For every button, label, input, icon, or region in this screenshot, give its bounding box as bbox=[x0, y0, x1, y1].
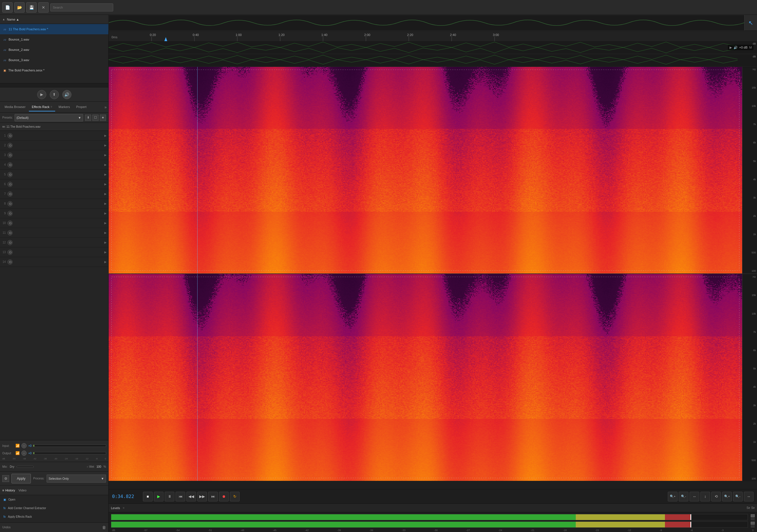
zoom-out-2-btn[interactable]: 🔍- bbox=[733, 492, 743, 501]
close-btn[interactable]: ✕ bbox=[38, 2, 48, 13]
stop-button[interactable]: ■ bbox=[143, 492, 153, 501]
file-item-0[interactable]: ♪♪ 11 The Bold Poachers.wav * bbox=[0, 24, 108, 34]
mix-slider[interactable] bbox=[16, 466, 34, 468]
fx-power-btn-14[interactable]: ⏻ bbox=[8, 259, 13, 265]
track-controls-1: ▶ 🔊 +0 dB M bbox=[728, 44, 754, 50]
freq-scale-top: Hz 15k 10k 7k 6k 5k 4k 3k 2k 1k 500 100 bbox=[742, 67, 757, 274]
history-tab-video[interactable]: Video bbox=[18, 488, 27, 492]
file-item-4[interactable]: ▣ The Bold Poachers.sesx * bbox=[0, 65, 108, 75]
fx-expand-9[interactable]: ▶ bbox=[104, 212, 106, 215]
open-btn[interactable]: 📂 bbox=[14, 2, 25, 13]
search-input[interactable] bbox=[50, 3, 113, 12]
scrollbar-area[interactable] bbox=[0, 83, 108, 87]
fx-expand-6[interactable]: ▶ bbox=[104, 183, 106, 186]
trash-button[interactable]: 🗑 bbox=[102, 525, 106, 530]
input-knob[interactable]: ○ bbox=[21, 443, 27, 448]
presets-dropdown[interactable]: (Default) ▼ bbox=[15, 114, 83, 121]
fx-expand-12[interactable]: ▶ bbox=[104, 241, 106, 244]
export-button[interactable]: ⬆ bbox=[50, 90, 59, 99]
fx-expand-3[interactable]: ▶ bbox=[104, 153, 106, 157]
tab-markers[interactable]: Markers bbox=[56, 103, 73, 111]
file-item-3[interactable]: ♪♪ Bounce_3.wav bbox=[0, 55, 108, 65]
fx-expand-2[interactable]: ▶ bbox=[104, 144, 106, 147]
rewind-button[interactable]: ◀◀ bbox=[186, 492, 196, 501]
scale-15: -15 bbox=[595, 529, 599, 532]
fx-slot-5: 5 ⏻ ▶ bbox=[0, 170, 108, 179]
fx-power-btn-13[interactable]: ⏻ bbox=[8, 250, 13, 255]
record-button[interactable]: ⏺ bbox=[219, 492, 229, 501]
zoom-in-btn[interactable]: 🔍+ bbox=[668, 492, 678, 501]
fx-power-btn-8[interactable]: ⏻ bbox=[8, 201, 13, 206]
svg-rect-2 bbox=[108, 31, 757, 41]
zoom-out-btn[interactable]: 🔍- bbox=[679, 492, 688, 501]
presets-value: (Default) bbox=[16, 116, 29, 119]
preset-star-btn[interactable]: ★ bbox=[100, 115, 106, 121]
fx-expand-13[interactable]: ▶ bbox=[104, 251, 106, 254]
svg-text:1:40: 1:40 bbox=[321, 33, 327, 37]
file-item-2[interactable]: ♪♪ Bounce_2.wav bbox=[0, 44, 108, 55]
zoom-horizontal-btn[interactable]: ↔ bbox=[689, 492, 699, 501]
file-item-1[interactable]: ♪♪ Bounce_1.wav bbox=[0, 34, 108, 44]
fx-power-btn-1[interactable]: ⏻ bbox=[8, 133, 13, 138]
save-btn[interactable]: 💾 bbox=[26, 2, 37, 13]
fast-forward-button[interactable]: ▶▶ bbox=[197, 492, 207, 501]
db-label-5: -30 bbox=[54, 458, 57, 460]
output-knob[interactable]: ○ bbox=[21, 451, 27, 456]
zoom-fit-btn[interactable]: ↔ bbox=[744, 492, 754, 501]
tab-properties[interactable]: Propert bbox=[73, 103, 89, 111]
spectrogram-content bbox=[108, 67, 742, 489]
forward-end-button[interactable]: ⏭ bbox=[208, 492, 218, 501]
fx-power-btn-7[interactable]: ⏻ bbox=[8, 192, 13, 196]
fx-power-btn-11[interactable]: ⏻ bbox=[8, 230, 13, 235]
preset-download-btn[interactable]: ⬇ bbox=[85, 115, 91, 121]
fx-expand-11[interactable]: ▶ bbox=[104, 231, 106, 234]
apply-button[interactable]: Apply bbox=[12, 474, 31, 484]
history-tab-history[interactable]: ≡ History bbox=[2, 488, 15, 492]
gear-icon-btn[interactable]: ⚙ bbox=[2, 475, 9, 482]
waveform-track-2: dB bbox=[108, 54, 757, 67]
fx-expand-5[interactable]: ▶ bbox=[104, 173, 106, 176]
loop-button[interactable]: ↻ bbox=[230, 492, 240, 501]
fx-power-btn-6[interactable]: ⏻ bbox=[8, 182, 13, 187]
fx-power-btn-3[interactable]: ⏻ bbox=[8, 153, 13, 158]
rewind-start-button[interactable]: ⏮ bbox=[175, 492, 185, 501]
fx-expand-4[interactable]: ▶ bbox=[104, 163, 106, 166]
zoom-vertical-btn[interactable]: ↕ bbox=[700, 492, 710, 501]
fx-expand-10[interactable]: ▶ bbox=[104, 222, 106, 224]
wet-unit: % bbox=[104, 465, 106, 468]
process-dropdown[interactable]: Selection Only ▼ bbox=[46, 475, 106, 483]
fx-power-btn-10[interactable]: ⏻ bbox=[8, 221, 13, 226]
pause-button[interactable]: ⏸ bbox=[165, 492, 174, 501]
history-item-0[interactable]: ▣ Open bbox=[0, 495, 108, 504]
mix-row: Mix: Dry ○ Wet 100 % bbox=[0, 462, 108, 471]
fx-slot-num-2: 2 bbox=[2, 144, 6, 147]
play-button-main[interactable]: ▶ bbox=[154, 492, 164, 501]
new-file-btn[interactable]: 📄 bbox=[2, 2, 13, 13]
fx-power-btn-5[interactable]: ⏻ bbox=[8, 172, 13, 177]
input-meter bbox=[33, 445, 106, 447]
fx-power-btn-9[interactable]: ⏻ bbox=[8, 211, 13, 216]
file-name-1: Bounce_1.wav bbox=[9, 38, 29, 41]
speaker-button[interactable]: 🔊 bbox=[62, 90, 72, 99]
tab-media-browser[interactable]: Media Browser bbox=[2, 103, 28, 111]
play-button[interactable]: ▶ bbox=[37, 90, 46, 99]
zoom-in-2-btn[interactable]: 🔍+ bbox=[722, 492, 732, 501]
fx-power-btn-2[interactable]: ⏻ bbox=[8, 143, 13, 148]
fx-power-btn-4[interactable]: ⏻ bbox=[8, 162, 13, 167]
levels-scale-labels: dB -57 -54 -51 -48 -45 -42 -39 -36 -33 -… bbox=[111, 529, 755, 532]
freq-hz-bottom: Hz bbox=[743, 276, 756, 278]
fx-expand-8[interactable]: ▶ bbox=[104, 202, 106, 205]
fx-expand-14[interactable]: ▶ bbox=[104, 260, 106, 263]
preset-delete-btn[interactable]: ☐ bbox=[92, 115, 99, 121]
fx-expand-1[interactable]: ▶ bbox=[104, 134, 106, 137]
right-panel: ↖ 0ms 0:20 0:40 1:00 1:20 1:40 2:00 bbox=[108, 15, 757, 532]
freq-4k-bottom: 4k bbox=[743, 385, 756, 388]
zoom-reset-btn[interactable]: ⟲ bbox=[711, 492, 721, 501]
fx-slot-10: 10 ⏻ ▶ bbox=[0, 218, 108, 228]
tab-more-btn[interactable]: » bbox=[104, 105, 106, 109]
tab-effects-rack[interactable]: Effects Rack ≡ bbox=[29, 103, 55, 111]
history-item-1[interactable]: fx Add Center Channel Extractor bbox=[0, 504, 108, 512]
history-item-2[interactable]: fx Apply Effects Rack bbox=[0, 512, 108, 521]
fx-expand-7[interactable]: ▶ bbox=[104, 192, 106, 195]
fx-power-btn-12[interactable]: ⏻ bbox=[8, 240, 13, 245]
